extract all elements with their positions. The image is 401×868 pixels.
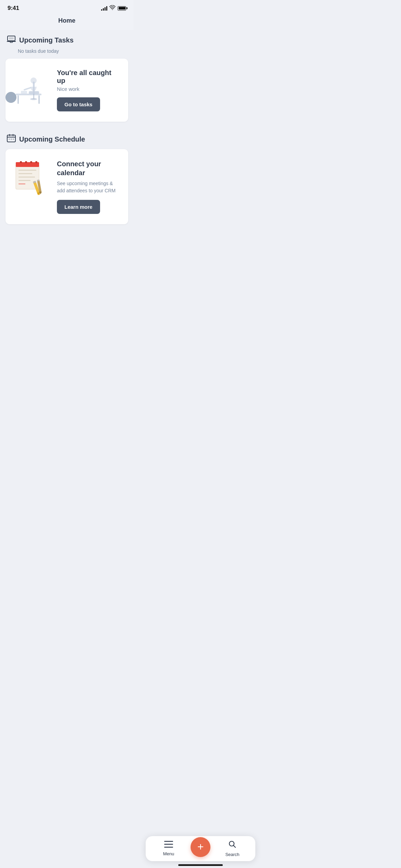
upcoming-schedule-title: Upcoming Schedule (19, 135, 85, 143)
tasks-icon (7, 35, 16, 45)
svg-rect-17 (16, 162, 39, 167)
svg-point-19 (25, 161, 27, 163)
status-time: 9:41 (8, 5, 19, 12)
schedule-text: Connect your calendar See upcoming meeti… (57, 159, 121, 214)
svg-point-0 (112, 9, 113, 10)
schedule-illustration (12, 159, 50, 197)
svg-rect-11 (21, 91, 27, 94)
svg-rect-26 (19, 183, 25, 184)
schedule-desc: See upcoming meetings & add attendees to… (57, 180, 121, 194)
svg-point-21 (35, 161, 37, 163)
learn-more-button[interactable]: Learn more (57, 200, 100, 214)
svg-rect-2 (9, 37, 14, 39)
status-bar: 9:41 (0, 0, 134, 14)
svg-rect-22 (19, 170, 36, 171)
schedule-connect-title: Connect your calendar (57, 159, 121, 177)
svg-rect-15 (13, 138, 14, 140)
tasks-text: You're all caught up Nice work Go to tas… (57, 69, 121, 111)
svg-rect-13 (9, 138, 10, 140)
header: Home (0, 14, 134, 30)
tasks-illustration (12, 73, 50, 107)
status-icons (101, 5, 126, 11)
svg-rect-23 (19, 173, 32, 174)
upcoming-tasks-title: Upcoming Tasks (19, 36, 74, 44)
tasks-caught-up: You're all caught up (57, 69, 121, 85)
wifi-icon (109, 5, 116, 11)
svg-point-20 (30, 161, 32, 163)
svg-point-9 (30, 98, 37, 100)
upcoming-schedule-header: Upcoming Schedule (0, 129, 134, 148)
tasks-nice-work: Nice work (57, 86, 121, 92)
svg-rect-25 (19, 180, 31, 181)
go-to-tasks-button[interactable]: Go to tasks (57, 97, 100, 111)
svg-rect-24 (19, 177, 35, 178)
upcoming-tasks-header: Upcoming Tasks (0, 30, 134, 48)
svg-rect-7 (29, 91, 39, 94)
svg-rect-14 (11, 138, 12, 140)
svg-rect-5 (38, 95, 40, 104)
page-title: Home (0, 17, 134, 24)
main-content: Upcoming Tasks No tasks due today (0, 30, 134, 272)
svg-point-18 (20, 161, 22, 163)
svg-rect-4 (17, 95, 19, 104)
schedule-icon (7, 134, 16, 144)
upcoming-tasks-subtitle: No tasks due today (0, 48, 134, 57)
svg-point-10 (31, 77, 37, 84)
battery-icon (118, 6, 126, 11)
avatar (5, 92, 16, 103)
tasks-card: You're all caught up Nice work Go to tas… (5, 59, 128, 122)
signal-bars-icon (101, 6, 107, 11)
schedule-card: Connect your calendar See upcoming meeti… (5, 149, 128, 224)
